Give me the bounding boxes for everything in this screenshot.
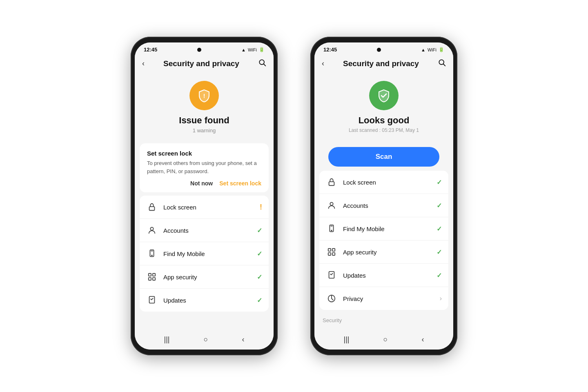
list-label-updates-1: Updates — [163, 297, 257, 304]
not-now-button[interactable]: Not now — [190, 180, 213, 187]
camera-dot-2 — [377, 48, 381, 52]
accounts-icon-2 — [326, 200, 337, 211]
list-item-lock-screen-1[interactable]: Lock screen ! — [140, 196, 269, 219]
bottom-nav-1: ||| ○ ‹ — [135, 331, 274, 350]
svg-rect-8 — [149, 274, 151, 276]
recent-apps-button-1[interactable]: ||| — [164, 335, 170, 344]
list-item-lock-screen-2[interactable]: Lock screen ✓ — [319, 171, 448, 194]
phone-2-screen: 12:45 ▲ WiFi 🔋 ‹ Security and privacy — [314, 42, 453, 350]
list-item-findmobile-1[interactable]: Find My Mobile ✓ — [140, 242, 269, 265]
lock-screen-icon-1 — [146, 201, 158, 213]
hero-icon-circle-1: ! — [189, 81, 219, 110]
svg-rect-21 — [332, 249, 335, 251]
set-screen-lock-button[interactable]: Set screen lock — [219, 180, 261, 187]
hero-section-2: Looks good Last scanned : 05:23 PM, May … — [314, 74, 453, 141]
list-label-lock-screen-1: Lock screen — [163, 204, 260, 211]
hero-subtitle-1: 1 warning — [193, 127, 216, 134]
warning-card-desc: To prevent others from using your phone,… — [147, 159, 261, 175]
list-item-accounts-1[interactable]: Accounts ✓ — [140, 219, 269, 242]
list-section-1: Lock screen ! Accounts ✓ — [140, 196, 269, 312]
back-nav-button-2[interactable]: ‹ — [421, 335, 424, 344]
hero-title-1: Issue found — [179, 115, 229, 126]
lock-screen-check-icon-2: ✓ — [437, 178, 442, 186]
svg-rect-3 — [149, 207, 155, 210]
svg-point-6 — [151, 255, 152, 256]
lock-screen-icon-2 — [326, 176, 337, 188]
updates-icon-1 — [146, 294, 158, 306]
battery-icon-1: 🔋 — [259, 47, 265, 52]
top-nav-1: ‹ Security and privacy — [135, 55, 274, 74]
bottom-nav-2: ||| ○ ‹ — [314, 331, 453, 350]
phone-2: 12:45 ▲ WiFi 🔋 ‹ Security and privacy — [310, 37, 457, 355]
wifi-icon-2: WiFi — [428, 47, 437, 52]
list-item-findmobile-2[interactable]: Find My Mobile ✓ — [319, 217, 448, 241]
phone-1-screen: 12:45 ▲ WiFi 🔋 ‹ Security and privacy — [135, 42, 274, 350]
list-label-accounts-1: Accounts — [163, 227, 257, 234]
findmobile-check-icon-1: ✓ — [257, 250, 262, 258]
list-label-accounts-2: Accounts — [343, 202, 437, 209]
search-button-2[interactable] — [438, 58, 446, 69]
svg-rect-9 — [153, 274, 155, 276]
list-item-appsecurity-2[interactable]: App security ✓ — [319, 241, 448, 264]
list-item-updates-2[interactable]: Updates ✓ — [319, 264, 448, 287]
list-item-appsecurity-1[interactable]: App security ✓ — [140, 265, 269, 289]
lock-screen-warning-icon-1: ! — [260, 203, 262, 212]
list-label-updates-2: Updates — [343, 272, 437, 279]
accounts-check-icon-1: ✓ — [257, 227, 262, 234]
status-icons-2: ▲ WiFi 🔋 — [421, 47, 444, 52]
appsecurity-icon-2 — [326, 246, 337, 258]
page-title-2: Security and privacy — [343, 59, 419, 68]
back-button-1[interactable]: ‹ — [142, 59, 145, 68]
list-item-privacy-2[interactable]: Privacy › — [319, 287, 448, 310]
privacy-icon-2 — [326, 293, 337, 304]
updates-check-icon-2: ✓ — [437, 272, 442, 279]
accounts-check-icon-2: ✓ — [437, 202, 442, 209]
privacy-arrow-icon-2: › — [440, 295, 442, 302]
screen-content-1: ! Issue found 1 warning Set screen lock … — [135, 74, 274, 331]
accounts-icon-1 — [146, 225, 158, 236]
hero-title-2: Looks good — [359, 115, 410, 126]
svg-line-14 — [443, 64, 445, 66]
home-button-1[interactable]: ○ — [204, 335, 208, 344]
phone-1: 12:45 ▲ WiFi 🔋 ‹ Security and privacy — [131, 37, 278, 355]
section-label-security: Security — [314, 313, 453, 325]
appsecurity-check-icon-2: ✓ — [437, 248, 442, 256]
battery-icon-2: 🔋 — [439, 47, 444, 52]
page-title-1: Security and privacy — [163, 59, 239, 68]
status-bar-2: 12:45 ▲ WiFi 🔋 — [314, 42, 453, 55]
svg-point-18 — [331, 230, 332, 231]
list-item-accounts-2[interactable]: Accounts ✓ — [319, 194, 448, 217]
top-nav-2: ‹ Security and privacy — [314, 55, 453, 74]
list-section-2: Lock screen ✓ Accounts ✓ — [319, 171, 448, 310]
list-label-findmobile-1: Find My Mobile — [163, 250, 257, 257]
back-nav-button-1[interactable]: ‹ — [242, 335, 244, 344]
list-label-findmobile-2: Find My Mobile — [343, 225, 437, 232]
wifi-icon-1: WiFi — [248, 47, 257, 52]
updates-icon-2 — [326, 270, 337, 281]
list-label-privacy-2: Privacy — [343, 295, 440, 302]
back-button-2[interactable]: ‹ — [322, 59, 324, 68]
findmobile-icon-1 — [146, 248, 158, 259]
findmobile-check-icon-2: ✓ — [437, 225, 442, 233]
home-button-2[interactable]: ○ — [383, 335, 388, 344]
screen-content-2: Looks good Last scanned : 05:23 PM, May … — [314, 74, 453, 331]
list-item-updates-1[interactable]: Updates ✓ — [140, 289, 269, 312]
warning-card-title: Set screen lock — [147, 150, 261, 157]
scan-button[interactable]: Scan — [328, 147, 439, 167]
hero-section-1: ! Issue found 1 warning — [135, 74, 274, 140]
signal-icon-1: ▲ — [241, 47, 246, 52]
warning-card-1: Set screen lock To prevent others from u… — [140, 143, 269, 192]
hero-icon-circle-2 — [369, 81, 399, 110]
search-button-1[interactable] — [258, 58, 266, 69]
updates-check-icon-1: ✓ — [257, 296, 262, 304]
svg-rect-23 — [332, 253, 335, 255]
svg-rect-10 — [149, 278, 151, 280]
warning-card-actions: Not now Set screen lock — [147, 180, 261, 187]
svg-text:!: ! — [203, 93, 205, 99]
svg-rect-20 — [328, 249, 331, 251]
status-icons-1: ▲ WiFi 🔋 — [241, 47, 265, 52]
recent-apps-button-2[interactable]: ||| — [344, 335, 350, 344]
list-label-appsecurity-1: App security — [163, 274, 257, 281]
status-time-2: 12:45 — [323, 47, 337, 53]
svg-rect-11 — [153, 278, 155, 280]
